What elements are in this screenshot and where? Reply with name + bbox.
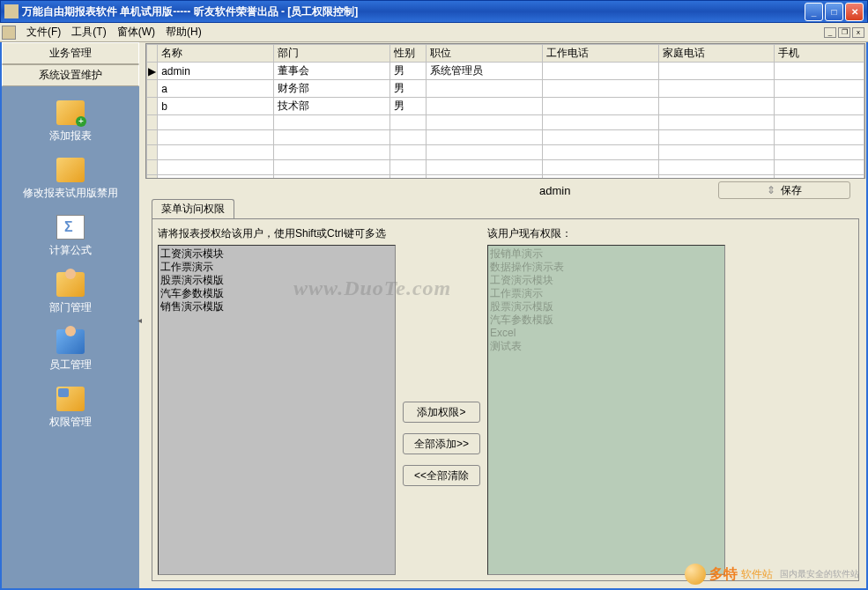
employee-grid[interactable]: 名称 部门 性别 职位 工作电话 家庭电话 手机 ▶ admin 董事会 男 系… <box>145 43 865 179</box>
list-item[interactable]: 股票演示模版 <box>160 274 393 287</box>
titlebar: 万能自由期报表软件 单机试用版----- 昕友软件荣誉出品 - [员工权限控制]… <box>0 0 868 23</box>
menu-tools[interactable]: 工具(T) <box>66 23 111 41</box>
row-marker <box>147 80 158 98</box>
cell-homephone[interactable] <box>658 63 775 80</box>
mdi-close-button[interactable]: x <box>852 27 864 38</box>
tab-row: 菜单访问权限 <box>145 201 866 218</box>
cell-dept[interactable]: 技术部 <box>274 98 390 115</box>
table-row-empty <box>147 175 864 180</box>
cell-sex[interactable]: 男 <box>390 63 427 80</box>
menu-window[interactable]: 窗体(W) <box>112 23 160 41</box>
footer-badge: 多特 软件站 国内最安全的软件站 <box>685 564 859 585</box>
menubar: 文件(F) 工具(T) 窗体(W) 帮助(H) _ ❐ x <box>0 23 868 42</box>
sidebar-item-modify-report[interactable]: 修改报表试用版禁用 <box>2 151 139 208</box>
permission-icon <box>56 387 85 411</box>
cell-pos[interactable] <box>426 98 542 115</box>
footer-brand: 多特 <box>709 565 738 584</box>
sidebar-item-formula[interactable]: 计算公式 <box>2 208 139 265</box>
minimize-button[interactable]: _ <box>805 3 823 21</box>
cell-workphone[interactable] <box>542 80 658 98</box>
list-item[interactable]: 工作票演示 <box>490 287 723 300</box>
mdi-restore-button[interactable]: ❐ <box>838 27 850 38</box>
sidebar-item-label: 部门管理 <box>49 300 92 315</box>
cell-workphone[interactable] <box>542 98 658 115</box>
mdi-minimize-button[interactable]: _ <box>824 27 836 38</box>
table-row-empty <box>147 160 864 175</box>
sidebar-item-label: 员工管理 <box>49 358 92 372</box>
sidebar-header-system[interactable]: 系统设置维护 <box>2 64 139 86</box>
table-row[interactable]: b 技术部 男 <box>147 98 864 115</box>
clear-all-button[interactable]: <<全部清除 <box>403 465 480 486</box>
save-button[interactable]: ⇕ 保存 <box>718 181 850 199</box>
list-item[interactable]: 销售演示模版 <box>160 300 393 313</box>
grid-corner <box>147 45 158 63</box>
list-item[interactable]: 汽车参数模版 <box>490 313 723 327</box>
list-item[interactable]: 汽车参数模版 <box>160 287 393 300</box>
list-item[interactable]: 工作票演示 <box>160 261 393 274</box>
table-row[interactable]: a 财务部 男 <box>147 80 864 98</box>
cell-sex[interactable]: 男 <box>390 80 427 98</box>
footer-slogan: 国内最安全的软件站 <box>780 568 859 580</box>
col-pos[interactable]: 职位 <box>426 45 542 63</box>
add-all-button[interactable]: 全部添加>> <box>403 433 480 454</box>
col-sex[interactable]: 性别 <box>390 45 427 63</box>
col-name[interactable]: 名称 <box>158 45 274 63</box>
tab-menu-access[interactable]: 菜单访问权限 <box>152 199 234 218</box>
cell-mobile[interactable] <box>775 98 864 115</box>
add-permission-button[interactable]: 添加权限> <box>403 402 480 423</box>
app-icon <box>4 4 19 18</box>
table-row[interactable]: ▶ admin 董事会 男 系统管理员 <box>147 63 864 80</box>
sidebar-item-label: 添加报表 <box>49 129 92 144</box>
col-mobile[interactable]: 手机 <box>775 45 864 63</box>
list-item[interactable]: 工资演示模块 <box>490 274 723 287</box>
menu-help[interactable]: 帮助(H) <box>160 23 207 41</box>
sidebar-item-label: 修改报表试用版禁用 <box>23 186 118 201</box>
table-row-empty <box>147 115 864 130</box>
list-item[interactable]: 测试表 <box>490 340 723 353</box>
cell-mobile[interactable] <box>775 80 864 98</box>
row-marker <box>147 98 158 115</box>
menu-file[interactable]: 文件(F) <box>21 23 66 41</box>
list-item[interactable]: 股票演示模版 <box>490 300 723 313</box>
mid-row: admin ⇕ 保存 <box>145 180 866 201</box>
sidebar-header-business[interactable]: 业务管理 <box>2 42 139 64</box>
assigned-permissions-list[interactable]: 报销单演示数据操作演示表工资演示模块工作票演示股票演示模版汽车参数模版Excel… <box>487 245 725 575</box>
cell-sex[interactable]: 男 <box>390 98 427 115</box>
cell-pos[interactable] <box>426 80 542 98</box>
table-row-empty <box>147 130 864 145</box>
col-dept[interactable]: 部门 <box>274 45 390 63</box>
list-item[interactable]: 报销单演示 <box>490 247 723 261</box>
available-permissions-list[interactable]: 工资演示模块工作票演示股票演示模版汽车参数模版销售演示模版 <box>158 245 396 575</box>
sidebar-item-label: 权限管理 <box>49 415 92 430</box>
maximize-button[interactable]: □ <box>825 3 843 21</box>
col-homephone[interactable]: 家庭电话 <box>658 45 775 63</box>
cell-workphone[interactable] <box>542 63 658 80</box>
cell-name[interactable]: admin <box>158 63 274 80</box>
list-item[interactable]: 数据操作演示表 <box>490 261 723 274</box>
splitter[interactable] <box>139 42 145 588</box>
cell-name[interactable]: a <box>158 80 274 98</box>
sidebar-item-dept[interactable]: 部门管理 <box>2 265 139 322</box>
cell-pos[interactable]: 系统管理员 <box>426 63 542 80</box>
cell-homephone[interactable] <box>658 98 775 115</box>
cell-homephone[interactable] <box>658 80 775 98</box>
table-row-empty <box>147 145 864 160</box>
sidebar-item-add-report[interactable]: 添加报表 <box>2 93 139 151</box>
list-item[interactable]: Excel <box>490 327 723 340</box>
cell-name[interactable]: b <box>158 98 274 115</box>
employee-icon <box>56 329 85 354</box>
col-workphone[interactable]: 工作电话 <box>542 45 658 63</box>
sidebar-item-employee[interactable]: 员工管理 <box>2 322 139 380</box>
modify-report-icon <box>56 158 85 182</box>
footer-avatar-icon <box>685 564 706 585</box>
save-button-label: 保存 <box>781 183 802 198</box>
content: 名称 部门 性别 职位 工作电话 家庭电话 手机 ▶ admin 董事会 男 系… <box>145 42 866 588</box>
cell-dept[interactable]: 董事会 <box>274 63 390 80</box>
close-button[interactable]: ✕ <box>845 3 864 21</box>
cell-mobile[interactable] <box>775 63 864 80</box>
available-permissions-label: 请将报表授权给该用户，使用Shift或Ctrl键可多选 <box>158 225 396 245</box>
sidebar-item-permission[interactable]: 权限管理 <box>2 380 139 437</box>
footer-brand-suffix: 软件站 <box>741 567 773 582</box>
list-item[interactable]: 工资演示模块 <box>160 247 393 261</box>
cell-dept[interactable]: 财务部 <box>274 80 390 98</box>
